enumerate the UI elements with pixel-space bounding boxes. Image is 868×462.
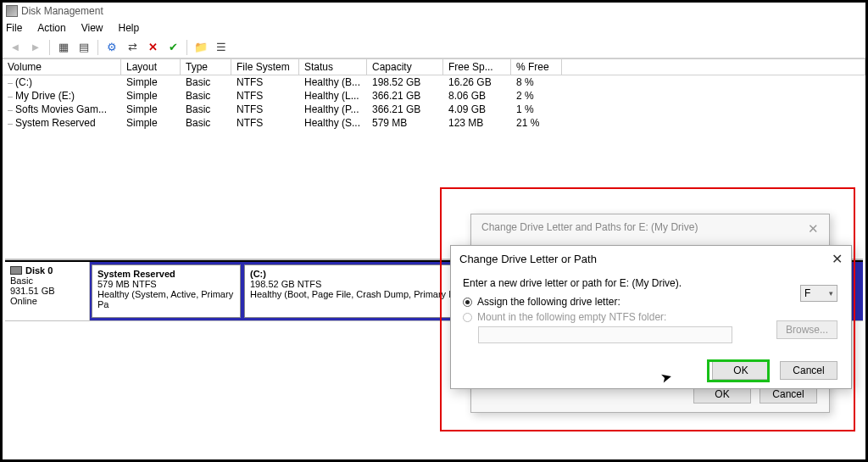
window-titlebar: Disk Management [3,3,865,19]
window-title: Disk Management [21,5,103,17]
col-type[interactable]: Type [181,59,231,75]
col-layout[interactable]: Layout [121,59,181,75]
menu-help[interactable]: Help [119,22,140,34]
chevron-down-icon: ▾ [829,289,833,298]
ok-button[interactable]: OK [712,361,770,380]
dialog-instruction: Enter a new drive letter or path for E: … [463,277,839,289]
col-status[interactable]: Status [299,59,367,75]
link-icon[interactable]: ⇄ [123,39,142,56]
option-assign-letter[interactable]: Assign the following drive letter: [463,296,839,308]
col-volume[interactable]: Volume [3,59,121,75]
table-row[interactable]: My Drive (E:) Simple Basic NTFS Healthy … [3,89,865,103]
table-row[interactable]: Softs Movies Gam... Simple Basic NTFS He… [3,103,865,116]
change-drive-letter-dialog: Change Drive Letter or Path ✕ Enter a ne… [450,245,852,389]
partition[interactable]: System Reserved 579 MB NTFS Healthy (Sys… [92,264,241,318]
menu-bar: File Action View Help [3,19,865,36]
table-row[interactable]: System Reserved Simple Basic NTFS Health… [3,116,865,130]
settings-icon[interactable]: ⚙ [103,39,121,56]
col-free[interactable]: Free Sp... [443,59,511,75]
delete-icon[interactable]: ✕ [143,39,162,56]
menu-view[interactable]: View [81,22,103,34]
properties-icon[interactable]: ☰ [212,39,231,56]
parent-dialog-title: Change Drive Letter and Paths for E: (My… [481,221,698,237]
panel1-icon[interactable]: ▦ [54,39,73,56]
cancel-button[interactable]: Cancel [780,361,837,380]
menu-file[interactable]: File [6,22,22,34]
col-capacity[interactable]: Capacity [367,59,443,75]
drive-letter-select[interactable]: F ▾ [800,285,837,302]
radio-selected-icon[interactable] [463,298,472,307]
back-icon: ◄ [6,39,25,56]
disk-info[interactable]: Disk 0 Basic 931.51 GB Online [5,262,90,320]
menu-action[interactable]: Action [37,22,65,34]
close-icon[interactable]: ✕ [832,251,843,267]
browse-button: Browse... [776,320,837,339]
app-icon [6,5,18,17]
check-icon[interactable]: ✔ [164,39,182,56]
folder-icon[interactable]: 📁 [192,39,210,56]
col-fs[interactable]: File System [231,59,299,75]
panel2-icon[interactable]: ▤ [75,39,93,56]
radio-unselected-icon[interactable] [463,313,472,322]
toolbar: ◄ ► ▦ ▤ ⚙ ⇄ ✕ ✔ 📁 ☰ [3,36,865,58]
table-row[interactable]: (C:) Simple Basic NTFS Healthy (B... 198… [3,75,865,89]
forward-icon: ► [26,39,45,56]
volume-list: Volume Layout Type File System Status Ca… [3,58,865,130]
disk-icon [10,266,22,275]
mount-path-input [478,326,732,343]
selected-letter: F [804,287,810,299]
dialog-title: Change Drive Letter or Path [459,253,597,265]
volume-list-header: Volume Layout Type File System Status Ca… [3,59,865,75]
close-icon[interactable]: ✕ [808,221,819,237]
col-pctfree[interactable]: % Free [511,59,562,75]
